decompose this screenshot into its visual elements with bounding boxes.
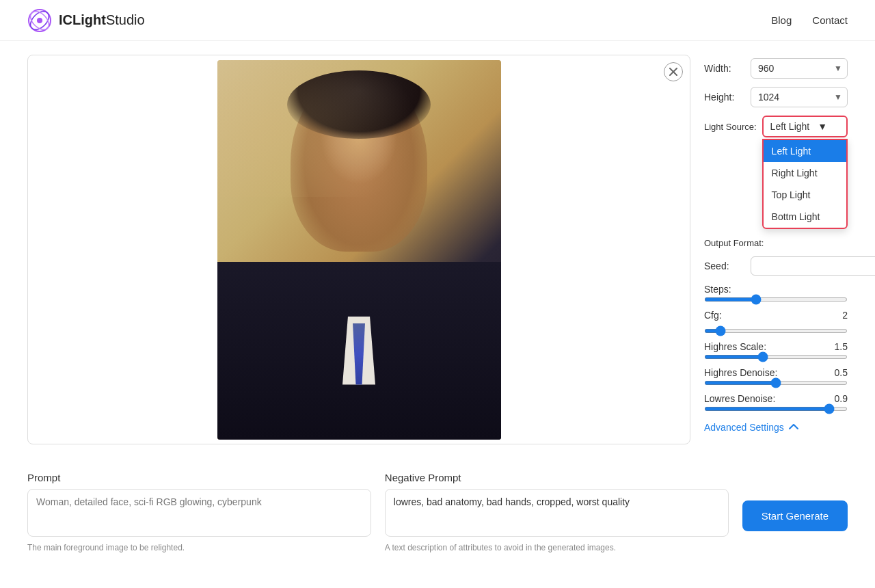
close-button[interactable] <box>664 62 683 81</box>
prompt-group: Prompt The main foreground image to be r… <box>27 472 371 552</box>
portrait-image <box>217 60 501 440</box>
header: ICLightStudio Blog Contact <box>0 0 875 41</box>
negative-prompt-group: Negative Prompt lowres, bad anatomy, bad… <box>385 472 729 552</box>
close-icon <box>669 68 677 76</box>
cfg-value: 2 <box>842 310 848 321</box>
logo-icon <box>27 8 52 33</box>
nav-contact[interactable]: Contact <box>812 14 848 26</box>
light-source-wrapper: Left Light ▼ Left Light Right Light Top … <box>762 116 848 137</box>
nav-blog[interactable]: Blog <box>771 14 792 26</box>
prompt-label: Prompt <box>27 472 371 483</box>
controls-panel: Width: 960 1024 1280 ▼ Height: 1024 960 … <box>704 55 848 444</box>
highres-denoise-row: Highres Denoise: 0.5 <box>704 367 848 385</box>
highres-scale-row: Highres Scale: 1.5 <box>704 341 848 359</box>
generate-button[interactable]: Start Generate <box>742 500 848 531</box>
prompt-hint: The main foreground image to be relighte… <box>27 543 371 552</box>
dropdown-item-bottm-light[interactable]: Bottm Light <box>764 206 846 228</box>
dropdown-item-left-light[interactable]: Left Light <box>764 140 846 162</box>
steps-row: Steps: <box>704 284 848 302</box>
output-format-row: Output Format: <box>704 238 848 248</box>
steps-label: Steps: <box>704 284 731 295</box>
cfg-label: Cfg: <box>704 310 722 321</box>
height-label: Height: <box>704 92 745 103</box>
dropdown-item-right-light[interactable]: Right Light <box>764 162 846 184</box>
highres-scale-slider[interactable] <box>704 355 848 359</box>
width-select[interactable]: 960 1024 1280 <box>751 58 848 79</box>
logo-text: ICLightStudio <box>59 12 145 28</box>
advanced-settings-link[interactable]: Advanced Settings <box>704 422 848 433</box>
steps-slider[interactable] <box>704 297 848 302</box>
highres-scale-label: Highres Scale: <box>704 341 766 352</box>
image-container <box>27 55 690 444</box>
negative-prompt-textarea[interactable]: lowres, bad anatomy, bad hands, cropped,… <box>385 489 729 537</box>
nav: Blog Contact <box>771 14 848 26</box>
lowres-denoise-slider[interactable] <box>704 407 848 411</box>
highres-denoise-slider[interactable] <box>704 381 848 385</box>
lowres-denoise-row: Lowres Denoise: 0.9 <box>704 393 848 411</box>
advanced-settings-icon <box>788 422 799 433</box>
prompt-textarea[interactable] <box>27 489 371 537</box>
highres-denoise-value: 0.5 <box>835 367 848 378</box>
light-source-dropdown: Left Light Right Light Top Light Bottm L… <box>762 139 848 229</box>
seed-row: Seed: <box>704 256 848 276</box>
logo: ICLightStudio <box>27 8 145 33</box>
highres-scale-value: 1.5 <box>835 341 848 352</box>
height-row: Height: 1024 960 1280 ▼ <box>704 87 848 107</box>
lowres-denoise-label: Lowres Denoise: <box>704 393 775 404</box>
negative-prompt-hint: A text description of attributes to avoi… <box>385 543 729 552</box>
seed-label: Seed: <box>704 260 745 271</box>
seed-input[interactable] <box>751 256 875 276</box>
cfg-slider[interactable] <box>704 329 848 333</box>
light-source-button[interactable]: Left Light ▼ <box>762 116 848 137</box>
cfg-row: Cfg: 2 <box>704 310 848 321</box>
svg-point-3 <box>37 18 42 23</box>
light-source-arrow-icon: ▼ <box>818 121 827 132</box>
light-source-container: Light Source: Left Light ▼ Left Light Ri… <box>704 116 848 137</box>
light-source-label: Light Source: <box>704 122 757 132</box>
highres-denoise-label: Highres Denoise: <box>704 367 777 378</box>
width-row: Width: 960 1024 1280 ▼ <box>704 58 848 79</box>
light-source-selected-value: Left Light <box>770 121 810 132</box>
height-select[interactable]: 1024 960 1280 <box>751 87 848 107</box>
lowres-denoise-value: 0.9 <box>835 393 848 404</box>
advanced-settings-label: Advanced Settings <box>704 422 784 433</box>
negative-prompt-label: Negative Prompt <box>385 472 729 483</box>
width-select-wrapper: 960 1024 1280 ▼ <box>751 58 848 79</box>
light-source-row: Light Source: Left Light ▼ Left Light Ri… <box>704 116 848 137</box>
height-select-wrapper: 1024 960 1280 ▼ <box>751 87 848 107</box>
bottom-section: Prompt The main foreground image to be r… <box>0 458 875 566</box>
width-label: Width: <box>704 63 745 74</box>
output-format-label: Output Format: <box>704 238 764 248</box>
main-content: Width: 960 1024 1280 ▼ Height: 1024 960 … <box>0 41 875 458</box>
dropdown-item-top-light[interactable]: Top Light <box>764 184 846 206</box>
